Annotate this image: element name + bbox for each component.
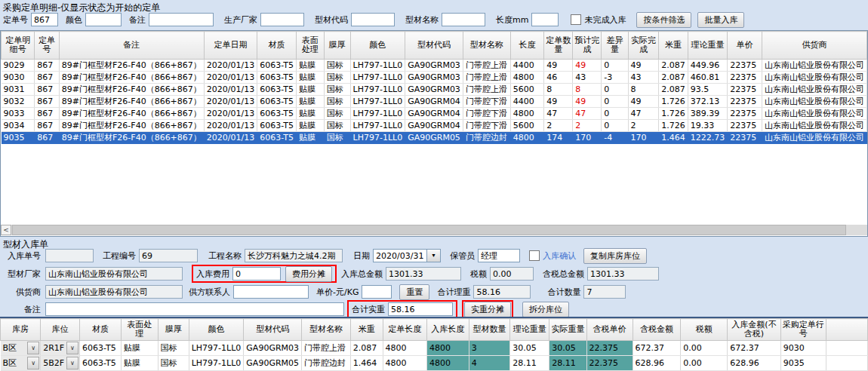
column-header[interactable]: 长度 [510, 32, 544, 60]
column-header[interactable]: 供货商 [762, 32, 866, 60]
receipt-no-input[interactable] [45, 249, 94, 262]
column-header[interactable]: 表面处理 [296, 32, 324, 60]
column-header[interactable]: 颜色 [189, 319, 244, 341]
supplier-contact-input[interactable] [233, 285, 309, 299]
copy-warehouse-location-button[interactable]: 复制库房库位 [583, 248, 647, 264]
column-header[interactable]: 库位 [41, 319, 80, 341]
reset-button[interactable]: 重置 [399, 284, 429, 300]
keeper-input[interactable] [478, 249, 520, 262]
column-header[interactable]: 定单长度 [383, 319, 426, 341]
combo-cell[interactable]: B区∨ [1, 341, 41, 356]
combo-cell[interactable]: B区∨ [1, 356, 41, 371]
batch-stock-in-button[interactable]: 批量入库 [697, 12, 744, 28]
column-header[interactable]: 单价 [728, 32, 762, 60]
length-input[interactable] [531, 13, 559, 26]
scroll-left-button[interactable]: < [1, 225, 11, 235]
order-no-input[interactable] [31, 13, 58, 26]
table-row[interactable]: 903286789#门框型材F26-F40（866+867）2020/01/13… [2, 96, 867, 108]
column-header[interactable]: 含税单价 [586, 319, 633, 341]
column-header[interactable]: 理论重量 [510, 319, 549, 341]
filter-by-condition-button[interactable]: 按条件筛选 [636, 12, 691, 28]
total-theory-weight-input[interactable] [473, 285, 531, 299]
table-row[interactable]: 903586789#门框型材F26-F40（866+867）2020/01/13… [2, 132, 867, 144]
table-cell: LH797-1LL0 [350, 84, 405, 96]
column-header[interactable]: 材质 [257, 32, 297, 60]
table-row[interactable]: 902986789#门框型材F26-F40（866+867）2020/01/13… [2, 60, 867, 72]
column-header[interactable]: 入库金额(不含税) [728, 319, 780, 341]
scrollbar-thumb[interactable] [12, 225, 846, 235]
column-header[interactable]: 含税金额 [633, 319, 681, 341]
column-header[interactable]: 型材名称 [302, 319, 351, 341]
column-header[interactable]: 米重 [350, 319, 383, 341]
factory-input[interactable] [45, 267, 183, 281]
table-cell [826, 356, 868, 371]
fee-input[interactable] [232, 267, 281, 281]
table-cell: 1222.73 [688, 132, 728, 144]
column-header[interactable]: 理论重量 [688, 32, 728, 60]
column-header[interactable]: 采购定单行号 [780, 319, 826, 341]
stockin-confirm-checkbox[interactable] [529, 250, 540, 261]
column-header[interactable]: 实际完成 [628, 32, 659, 60]
column-header[interactable]: 定单数量 [544, 32, 573, 60]
table-row[interactable]: 903086789#门框型材F26-F40（866+867）2020/01/13… [2, 72, 867, 84]
remark-input[interactable] [149, 13, 214, 26]
project-no-input[interactable] [139, 249, 198, 262]
column-header[interactable]: 税额 [681, 319, 728, 341]
actual-weight-apportion-button[interactable]: 实重分摊 [464, 302, 511, 317]
unit-price-input[interactable] [362, 285, 392, 299]
profile-name-input[interactable] [442, 13, 485, 26]
column-header[interactable]: 膜厚 [324, 32, 350, 60]
column-header[interactable]: 库房 [1, 319, 41, 341]
column-header[interactable]: 定单明细号 [2, 32, 35, 60]
note-input[interactable] [45, 302, 344, 316]
horizontal-scrollbar[interactable]: < [1, 225, 867, 235]
column-header[interactable]: 米重 [659, 32, 688, 60]
chevron-down-icon[interactable]: ∨ [66, 342, 78, 354]
fee-apportion-button[interactable]: 费用分摊 [285, 266, 332, 282]
column-header[interactable]: 型材代码 [244, 319, 302, 341]
column-header[interactable]: 材质 [80, 319, 122, 341]
table-row[interactable]: 903486789#门框型材F26-F40（866+867）2020/01/13… [2, 120, 867, 132]
table-row[interactable]: 903186789#门框型材F26-F40（866+867）2020/01/13… [2, 84, 867, 96]
supplier-input[interactable] [45, 285, 183, 299]
column-header[interactable]: 备注 [59, 32, 204, 60]
table-cell: 9029 [2, 60, 35, 72]
column-header[interactable]: 定单号 [35, 32, 60, 60]
table-cell: GA90GRM04 [405, 120, 463, 132]
column-header[interactable]: 型材名称 [463, 32, 510, 60]
combo-cell[interactable]: 2R1F∨ [41, 341, 80, 356]
date-input[interactable] [373, 249, 427, 262]
total-qty-input[interactable] [583, 285, 626, 299]
calendar-dropdown-button[interactable]: ▼ [427, 249, 441, 262]
column-header[interactable]: 表面处理 [121, 319, 158, 341]
column-header[interactable] [826, 319, 868, 341]
column-header[interactable]: 差异量 [602, 32, 628, 60]
column-header[interactable]: 实际重量 [549, 319, 586, 341]
remark-label: 备注 [129, 14, 146, 26]
column-header[interactable]: 定单日期 [204, 32, 257, 60]
column-header[interactable]: 型材数量 [469, 319, 509, 341]
column-header[interactable]: 预计完成 [573, 32, 602, 60]
total-actual-weight-input[interactable] [388, 302, 453, 316]
column-header[interactable]: 型材代码 [405, 32, 463, 60]
unfinished-checkbox[interactable] [571, 14, 581, 25]
chevron-down-icon[interactable]: ∨ [66, 357, 78, 369]
manufacturer-input[interactable] [260, 13, 304, 26]
color-input[interactable] [85, 13, 122, 26]
table-cell: 89#门框型材F26-F40（866+867） [59, 60, 204, 72]
column-header[interactable]: 膜厚 [158, 319, 189, 341]
table-row[interactable]: B区∨2R1F∨6063-T5贴膜国标LH797-1LL0GA90GRM03门带… [1, 341, 868, 356]
profile-code-input[interactable] [351, 13, 395, 26]
column-header[interactable]: 入库长度 [427, 319, 469, 341]
project-name-input[interactable] [245, 249, 343, 262]
chevron-down-icon[interactable]: ∨ [27, 357, 39, 369]
tax-input[interactable] [490, 267, 534, 281]
column-header[interactable]: 颜色 [350, 32, 405, 60]
chevron-down-icon[interactable]: ∨ [27, 342, 39, 354]
table-row[interactable]: 903386789#门框型材F26-F40（866+867）2020/01/13… [2, 108, 867, 120]
total-with-tax-input[interactable] [587, 267, 659, 281]
split-location-button[interactable]: 拆分库位 [522, 302, 569, 317]
combo-cell[interactable]: 5B2F∨ [41, 356, 80, 371]
table-row[interactable]: B区∨5B2F∨6063-T5贴膜国标LH797-1LL0GA90GRM05门带… [1, 356, 868, 371]
total-amount-input[interactable] [386, 267, 461, 281]
